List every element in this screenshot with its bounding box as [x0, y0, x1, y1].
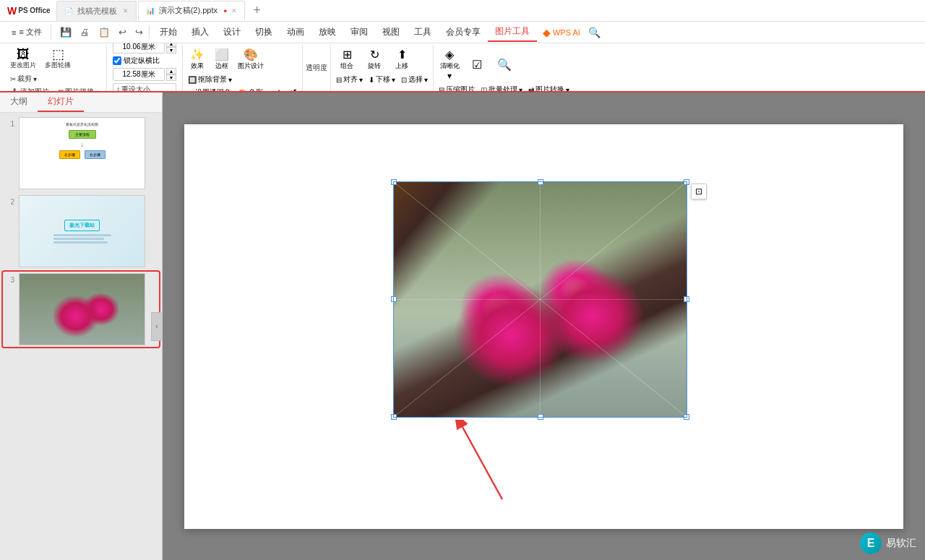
img-merge-button[interactable]: ⊞ 图片拼接▾ — [55, 86, 102, 92]
undo-button[interactable]: ↩ — [116, 25, 129, 39]
crop-button[interactable]: ✂ 裁剪▾ — [7, 73, 40, 85]
menu-pictool[interactable]: 图片工具 — [488, 22, 537, 42]
outline-button[interactable]: ⬚ 多图轮播 — [42, 46, 74, 72]
pic-design-button[interactable]: 🎨 图片设计 — [235, 46, 267, 72]
slide-list: 1 看板式差异化流程图 主要流程 ↓ 左步骤 右步骤 2 — [0, 113, 162, 350]
handle-ml[interactable] — [391, 296, 397, 302]
tab-template[interactable]: 📄 找稿壳模板 ✕ — [56, 1, 137, 21]
history-button[interactable]: 📋 — [95, 25, 113, 39]
image-container[interactable]: ⊡ — [394, 182, 687, 417]
tab-file-close[interactable]: ✕ — [231, 7, 237, 14]
slide-thumb-2[interactable]: 极光下载站 — [19, 195, 145, 267]
color-button[interactable]: 🎨色彩▾ — [236, 87, 270, 92]
thumb2-line1 — [53, 234, 111, 236]
search-button[interactable]: 🔍 — [586, 24, 603, 41]
ribbon-group-size: ▲ ▼ 锁定纵横比 ▲ ▼ ↕ 重设大小 — [107, 45, 183, 91]
view-img-button[interactable]: 🔍 — [491, 56, 517, 73]
menu-wpsai[interactable]: ◆ WPS AI — [537, 25, 586, 40]
sharpen-button[interactable]: ◈ 清晰化▾ — [436, 46, 462, 82]
border-button[interactable]: ⬜ 边框 — [210, 46, 233, 72]
select-button[interactable]: ⊡选择▾ — [399, 74, 430, 85]
remove-bg-icon: 🔲 — [188, 76, 197, 84]
panel-collapse-button[interactable]: ‹ — [151, 312, 163, 341]
menu-view[interactable]: 视图 — [375, 23, 407, 41]
tab-file-modified: ● — [223, 7, 227, 14]
check-icon: ☑ — [472, 58, 482, 72]
slide-canvas[interactable]: ⊡ — [184, 124, 903, 529]
slide-item-2[interactable]: 2 极光下载站 — [3, 194, 159, 269]
menu-play[interactable]: 放映 — [311, 23, 343, 41]
handle-bl[interactable] — [391, 414, 397, 420]
menu-animation[interactable]: 动画 — [280, 23, 311, 41]
border-icon: ⬜ — [215, 48, 229, 61]
thumb1-arrow-down: ↓ — [80, 141, 84, 148]
batch-button[interactable]: ◫批量处理▾ — [478, 84, 525, 92]
transparency-label: 透明度 — [306, 63, 327, 73]
height-up-button[interactable]: ▲ — [166, 68, 176, 74]
check-button[interactable]: ☑ — [464, 56, 490, 73]
slide-item-1[interactable]: 1 看板式差异化流程图 主要流程 ↓ 左步骤 右步骤 — [3, 116, 159, 191]
align-button[interactable]: ⊟对齐▾ — [334, 74, 365, 85]
menu-insert[interactable]: 插入 — [184, 23, 216, 41]
handle-tr[interactable] — [684, 179, 689, 185]
compress-button[interactable]: ⊟压缩图片 — [436, 84, 477, 92]
slide-thumb-3[interactable] — [19, 273, 145, 345]
add-tab-button[interactable]: + — [246, 1, 267, 21]
handle-tc[interactable] — [538, 179, 543, 185]
compress-icon: ⊟ — [439, 86, 444, 93]
move-up-button[interactable]: ⬆ 上移 — [389, 46, 415, 72]
height-input[interactable] — [113, 68, 165, 81]
height-down-button[interactable]: ▼ — [166, 74, 176, 81]
change-image-label: 更改图片 — [10, 61, 36, 70]
slide-num-1: 1 — [4, 117, 14, 128]
pic-design-icon: 🎨 — [244, 48, 258, 61]
remove-bg-button[interactable]: 🔲抠除背景▾ — [186, 74, 234, 85]
resize-button[interactable]: ↕ 重设大小 — [113, 83, 176, 93]
combine-icon: ⊞ — [343, 48, 352, 61]
save-button[interactable]: 💾 — [57, 25, 74, 39]
tab-file[interactable]: 📊 演示文稿(2).pptx ● ✕ — [138, 1, 246, 21]
menu-design[interactable]: 设计 — [216, 23, 248, 41]
redo-button[interactable]: ↪ — [132, 25, 146, 39]
lock-ratio-checkbox[interactable]: 锁定纵横比 — [113, 56, 176, 66]
handle-bc[interactable] — [538, 414, 543, 420]
menu-file[interactable]: ≡≡ 文件 — [6, 25, 48, 40]
menu-review[interactable]: 审阅 — [343, 23, 375, 41]
width-down-button[interactable]: ▼ — [166, 47, 176, 53]
convert-button[interactable]: ⇄图片转换▾ — [526, 84, 572, 92]
handle-br[interactable] — [684, 414, 689, 420]
tab-template-close[interactable]: ✕ — [123, 7, 129, 14]
combine-button[interactable]: ⊞ 组合 — [334, 46, 360, 72]
change-image-button[interactable]: 🖼 更改图片 — [7, 46, 39, 72]
move-down-button[interactable]: ⬇下移▾ — [366, 74, 397, 85]
svg-line-5 — [462, 427, 502, 499]
width-input[interactable] — [113, 43, 165, 53]
ribbon-group-edit: 🖼 更改图片 ⬚ 多图轮播 ✂ 裁剪▾ ➕ 添加图片 ⊞ 图片拼接▾ — [3, 45, 107, 91]
canvas-area: ⊡ E 易软汇 — [163, 92, 925, 560]
image-float-button[interactable]: ⊡ — [691, 184, 707, 199]
ribbon-group-transparency: 透明度 — [303, 45, 331, 91]
slide-item-3[interactable]: 3 — [3, 272, 159, 347]
print-button[interactable]: 🖨 — [77, 25, 92, 39]
handle-mr[interactable] — [684, 296, 689, 302]
menu-home[interactable]: 开始 — [152, 23, 184, 41]
set-transparent-button[interactable]: ◻设置透明色 — [186, 87, 233, 92]
menu-member[interactable]: 会员专享 — [439, 23, 488, 41]
tab-slides[interactable]: 幻灯片 — [38, 92, 84, 112]
menu-transition[interactable]: 切换 — [248, 23, 280, 41]
change-image-icon: 🖼 — [17, 48, 30, 61]
thumb2-line2 — [53, 238, 104, 240]
filter-button1[interactable]: ✦ — [273, 87, 285, 92]
flower-bg — [394, 182, 687, 417]
titlebar: WPS Office 📄 找稿壳模板 ✕ 📊 演示文稿(2).pptx ● ✕ … — [0, 0, 925, 22]
handle-tl[interactable] — [391, 179, 397, 185]
filter-button2[interactable]: ↺ — [288, 87, 299, 92]
tab-outline[interactable]: 大纲 — [0, 92, 38, 112]
lock-ratio-input[interactable] — [113, 56, 121, 65]
slide-thumb-1[interactable]: 看板式差异化流程图 主要流程 ↓ 左步骤 右步骤 — [19, 117, 145, 189]
add-image-button[interactable]: ➕ 添加图片 — [7, 86, 52, 92]
rotate-button[interactable]: ↻ 旋转 — [361, 46, 387, 72]
effects-button[interactable]: ✨ 效果 — [186, 46, 209, 72]
menu-tool[interactable]: 工具 — [407, 23, 439, 41]
rotate-icon: ↻ — [370, 48, 379, 61]
